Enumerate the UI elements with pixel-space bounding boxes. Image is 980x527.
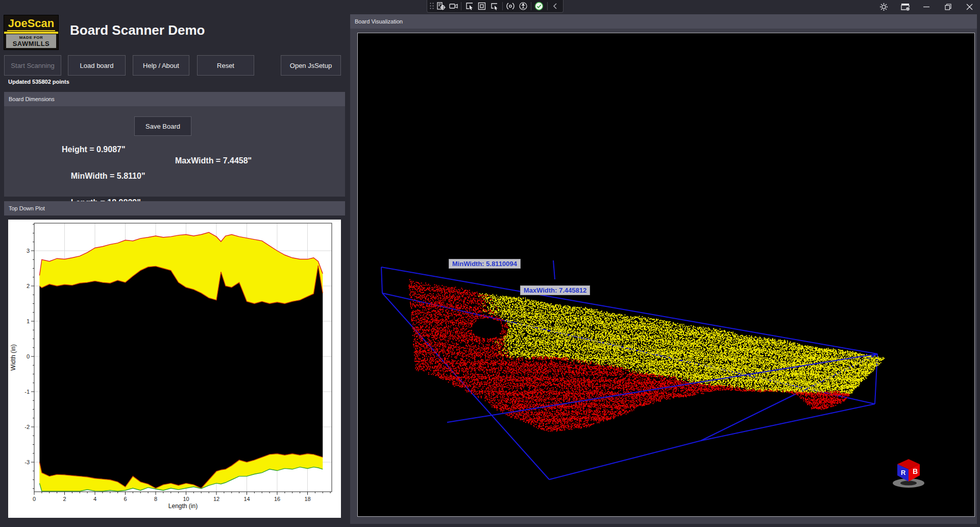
svg-text:6: 6 bbox=[124, 496, 127, 502]
toolbar-separator bbox=[502, 2, 503, 10]
board-visualization-header: Board Visualization bbox=[350, 14, 977, 29]
svg-text:Length (in): Length (in) bbox=[168, 502, 198, 510]
svg-text:8: 8 bbox=[154, 496, 157, 502]
go-to-live-visual-tree-icon[interactable] bbox=[435, 1, 447, 11]
top-down-plot-svg: 024681012141618-3-2-10123Length (in)Widt… bbox=[8, 220, 341, 518]
gizmo-letter-b: B bbox=[913, 467, 918, 475]
logo-tagline-1: MADE FOR bbox=[6, 34, 56, 40]
point-cloud-canvas[interactable] bbox=[358, 33, 974, 516]
close-icon[interactable] bbox=[959, 0, 980, 13]
logo-wordmark: JoeScan bbox=[7, 17, 56, 31]
top-down-plot: 024681012141618-3-2-10123Length (in)Widt… bbox=[8, 220, 341, 518]
svg-text:Width (in): Width (in) bbox=[10, 344, 17, 370]
svg-text:2: 2 bbox=[27, 283, 30, 289]
logo-tagline-2: SAWMILLS bbox=[6, 40, 56, 48]
open-jssetup-button[interactable]: Open JsSetup bbox=[281, 55, 341, 76]
board-dimensions-header: Board Dimensions bbox=[4, 92, 345, 106]
joescan-logo: JoeScan MADE FOR SAWMILLS bbox=[4, 15, 59, 50]
board-visualization-title: Board Visualization bbox=[355, 18, 403, 25]
svg-text:1: 1 bbox=[27, 318, 30, 324]
save-board-button[interactable]: Save Board bbox=[134, 116, 191, 136]
top-down-plot-title: Top Down Plot bbox=[9, 205, 45, 211]
svg-text:14: 14 bbox=[243, 496, 250, 502]
window-controls bbox=[873, 0, 980, 13]
page-title: Board Scanner Demo bbox=[70, 22, 205, 38]
svg-text:10: 10 bbox=[183, 496, 189, 502]
gizmo-letter-r: R bbox=[901, 469, 906, 476]
help-about-button[interactable]: Help / About bbox=[133, 55, 189, 76]
height-value: Height = 0.9087" bbox=[62, 145, 126, 154]
board-dimensions-title: Board Dimensions bbox=[9, 96, 55, 102]
title-bar bbox=[0, 0, 980, 13]
maxwidth-value: MaxWidth = 7.4458" bbox=[175, 156, 252, 165]
hot-reload-icon[interactable] bbox=[505, 1, 517, 11]
svg-text:18: 18 bbox=[304, 496, 310, 502]
display-layout-adorners-icon[interactable] bbox=[476, 1, 488, 11]
minwidth-value: MinWidth = 5.8110" bbox=[71, 172, 145, 180]
svg-text:12: 12 bbox=[213, 496, 219, 502]
toolbar-separator bbox=[461, 2, 461, 10]
minimize-icon[interactable] bbox=[916, 0, 937, 13]
theme-settings-icon[interactable] bbox=[873, 0, 894, 13]
load-board-button[interactable]: Load board bbox=[68, 55, 126, 76]
start-scanning-button[interactable]: Start Scanning bbox=[4, 55, 61, 76]
restore-icon[interactable] bbox=[937, 0, 959, 13]
board-dimensions-panel: Save Board Height = 0.9087" MinWidth = 5… bbox=[4, 106, 345, 197]
svg-text:16: 16 bbox=[274, 496, 280, 502]
toolbar-separator bbox=[547, 2, 548, 10]
svg-text:-1: -1 bbox=[24, 389, 30, 395]
debug-toolbar bbox=[427, 0, 564, 13]
collapse-toolbar-chevron-icon[interactable] bbox=[550, 1, 561, 11]
toolbar-grip-handle[interactable] bbox=[429, 2, 434, 10]
minwidth-3d-label: MinWidth: 5.8110094 bbox=[449, 259, 521, 269]
track-focused-element-icon[interactable] bbox=[489, 1, 501, 11]
top-down-plot-header: Top Down Plot bbox=[4, 201, 345, 215]
maxwidth-3d-label: MaxWidth: 7.445812 bbox=[520, 285, 590, 295]
toolbar-separator bbox=[531, 2, 531, 10]
screenshot-camera-icon[interactable] bbox=[448, 1, 459, 11]
svg-text:4: 4 bbox=[93, 496, 96, 502]
accessibility-checker-icon[interactable] bbox=[518, 1, 529, 11]
orientation-gizmo[interactable]: R B bbox=[890, 454, 927, 490]
reset-button[interactable]: Reset bbox=[197, 55, 254, 76]
svg-text:-3: -3 bbox=[24, 459, 30, 465]
svg-text:-2: -2 bbox=[24, 424, 30, 430]
hot-reload-status-ok-icon[interactable] bbox=[533, 1, 545, 11]
status-updated-points: Updated 535802 points bbox=[8, 79, 69, 85]
svg-text:0: 0 bbox=[27, 353, 30, 360]
titlebar-settings-icon[interactable] bbox=[894, 0, 916, 13]
svg-text:2: 2 bbox=[63, 496, 66, 502]
svg-text:0: 0 bbox=[33, 496, 36, 502]
svg-text:3: 3 bbox=[27, 248, 30, 254]
board-3d-viewport[interactable]: MinWidth: 5.8110094 MaxWidth: 7.445812 R… bbox=[357, 33, 975, 517]
select-element-icon[interactable] bbox=[463, 1, 475, 11]
